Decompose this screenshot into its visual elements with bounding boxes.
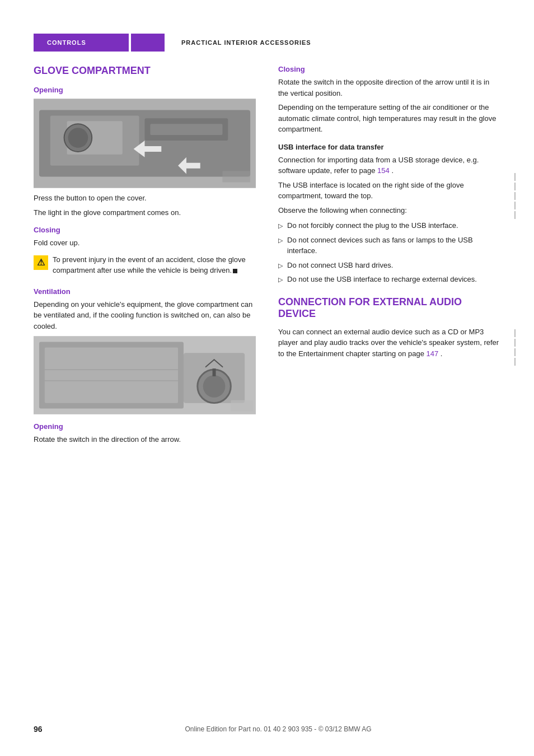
list-item: ▷ Do not forcibly connect the plug to th…: [278, 220, 500, 231]
opening-label: Opening: [34, 86, 256, 94]
footer-text: Online Edition for Part no. 01 40 2 903 …: [56, 725, 500, 733]
ventilation-label: Ventilation: [34, 287, 256, 296]
header-right-bar: [131, 34, 165, 52]
svg-rect-7: [150, 124, 222, 135]
svg-rect-10: [222, 171, 250, 183]
ventilation-desc: Depending on your vehicle's equipment, t…: [34, 299, 256, 332]
end-mark: [233, 269, 237, 273]
bullet-arrow-icon: ▷: [278, 261, 283, 270]
connection-desc: You can connect an external audio device…: [278, 326, 500, 360]
warning-box: ⚠ To prevent injury in the event of an a…: [34, 254, 256, 279]
page-container: CONTROLS PRACTICAL INTERIOR ACCESSORIES …: [0, 0, 534, 756]
right-closing-label: Closing: [278, 65, 500, 73]
connection-title: CONNECTION FOR EXTERNAL AUDIO DEVICE: [278, 296, 500, 320]
bullet-arrow-icon: ▷: [278, 275, 283, 284]
header-section-title: PRACTICAL INTERIOR ACCESSORIES: [165, 34, 311, 52]
usb-desc3: Observe the following when connecting:: [278, 205, 500, 216]
usb-bullet-list: ▷ Do not forcibly connect the plug to th…: [278, 220, 500, 285]
svg-rect-19: [213, 368, 216, 376]
controls-tab: CONTROLS: [34, 34, 129, 52]
page-header: CONTROLS PRACTICAL INTERIOR ACCESSORIES: [0, 0, 534, 52]
svg-point-5: [68, 128, 88, 148]
closing-label: Closing: [34, 226, 256, 234]
usb-page-ref[interactable]: 154: [377, 166, 390, 175]
margin-bar-1: [513, 162, 517, 230]
bullet-arrow-icon: ▷: [278, 221, 283, 231]
svg-rect-22: [231, 400, 253, 412]
left-column: GLOVE COMPARTMENT Opening: [34, 63, 256, 449]
opening2-desc: Rotate the switch in the direction of th…: [34, 434, 256, 445]
margin-bar-2: [513, 325, 517, 370]
bullet-arrow-icon: ▷: [278, 236, 283, 245]
opening2-label: Opening: [34, 422, 256, 431]
right-closing-desc1: Rotate the switch in the opposite direct…: [278, 77, 500, 99]
opening-desc1: Press the button to open the cover.: [34, 193, 256, 204]
ventilation-image: [34, 336, 256, 414]
usb-desc2: The USB interface is located on the righ…: [278, 180, 500, 202]
opening-desc2: The light in the glove compartment comes…: [34, 207, 256, 218]
page-footer: 96 Online Edition for Part no. 01 40 2 9…: [0, 725, 534, 734]
controls-label: CONTROLS: [47, 39, 86, 46]
list-item: ▷ Do not connect devices such as fans or…: [278, 235, 500, 256]
glove-compartment-image: [34, 99, 256, 188]
list-item: ▷ Do not connect USB hard drives.: [278, 260, 500, 271]
glove-compartment-title: GLOVE COMPARTMENT: [34, 65, 256, 77]
usb-label: USB interface for data transfer: [278, 143, 500, 151]
svg-point-18: [203, 375, 226, 398]
list-item: ▷ Do not use the USB interface to rechar…: [278, 274, 500, 285]
page-number: 96: [34, 725, 56, 734]
closing-desc: Fold cover up.: [34, 237, 256, 249]
right-column: Closing Rotate the switch in the opposit…: [278, 63, 500, 449]
warning-icon: ⚠: [34, 255, 48, 270]
svg-rect-13: [45, 347, 178, 403]
connection-page-ref[interactable]: 147: [427, 349, 439, 358]
warning-text: To prevent injury in the event of an acc…: [53, 254, 256, 276]
main-content: GLOVE COMPARTMENT Opening: [0, 63, 534, 449]
right-closing-desc2: Depending on the temperature setting of …: [278, 102, 500, 135]
usb-desc1: Connection for importing data from a USB…: [278, 155, 500, 176]
